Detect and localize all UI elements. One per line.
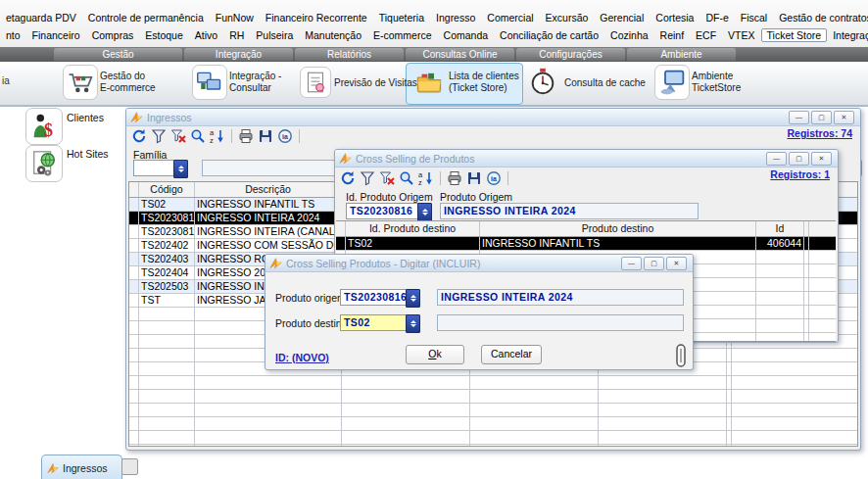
hot-sites-button[interactable] (25, 145, 63, 182)
menu-item[interactable]: Comanda (438, 28, 495, 42)
print-icon[interactable] (238, 128, 254, 144)
integracao-consultar-button[interactable] (192, 65, 227, 100)
menu-item[interactable]: DF-e (699, 11, 734, 24)
menu-item[interactable]: FunNow (210, 11, 260, 24)
menu-item[interactable]: Estoque (139, 28, 189, 42)
record-id-link[interactable]: ID: (NOVO) (275, 352, 329, 363)
clientes-button[interactable]: $ (25, 108, 63, 145)
menu-item[interactable]: Cozinha (604, 28, 654, 42)
filter-icon[interactable] (360, 170, 375, 186)
menu-item[interactable]: Ticket Store (761, 28, 828, 42)
previsao-visitas-label[interactable]: Previsão de Visitas (334, 77, 422, 89)
close-button[interactable]: ✕ (666, 257, 687, 270)
menu-item[interactable]: Manutenção (299, 28, 367, 42)
category-integracao[interactable]: Integração (184, 48, 293, 61)
refresh-icon[interactable] (340, 170, 356, 186)
maximize-button[interactable]: ▢ (789, 152, 809, 166)
ingressos-records-link[interactable]: Registros: 74 (787, 127, 852, 139)
category-relatorios[interactable]: Relatórios (295, 48, 404, 61)
filter-icon[interactable] (151, 128, 167, 144)
save-icon[interactable] (466, 170, 482, 186)
menu-item[interactable]: Pulseira (250, 28, 299, 42)
dialog-produto-origem-input[interactable]: TS20230816 (340, 289, 412, 306)
minimize-button[interactable]: — (789, 111, 809, 124)
sort-icon[interactable]: az (210, 128, 225, 144)
minimize-button[interactable]: — (766, 152, 787, 166)
menu-item[interactable]: Comercial (481, 11, 539, 24)
tab-restore-icon[interactable] (121, 458, 138, 475)
previsao-visitas-button[interactable] (300, 67, 331, 98)
menu-item[interactable]: VTEX (722, 28, 760, 42)
ecommerce-label[interactable]: Gestão do E-commerce (100, 71, 176, 94)
column-id-produto-destino[interactable]: Id. Produto destino (346, 221, 480, 236)
menu-item[interactable]: Tiqueteria (373, 11, 430, 24)
clear-filter-icon[interactable] (170, 128, 186, 144)
menu-item[interactable]: RH (223, 28, 250, 42)
dialog-produto-origem-lookup-button[interactable] (406, 289, 420, 308)
category-gestao[interactable]: Gestão (54, 48, 182, 61)
info-badge-icon[interactable]: ia (486, 170, 502, 186)
ambiente-ticketstore-button[interactable] (654, 65, 690, 100)
ambiente-ticketstore-label[interactable]: Ambiente TicketStore (692, 71, 768, 94)
integracao-consultar-label[interactable]: Integração - Consultar (229, 71, 304, 94)
cross-selling-table-header[interactable]: Id. Produto destino Produto destino Id (336, 221, 836, 237)
menu-item[interactable]: Financeiro (26, 28, 86, 42)
menu-item[interactable]: Ativo (189, 28, 223, 42)
menu-item[interactable]: etaguarda PDV (0, 11, 82, 24)
menu-item[interactable]: Cortesia (650, 11, 699, 24)
lista-clientes-label[interactable]: Lista de clientes (Ticket Store) (449, 71, 519, 94)
id-produto-origem-input[interactable]: TS20230816 (346, 203, 424, 219)
menu-item[interactable]: Excursão (540, 11, 595, 24)
clientes-label[interactable]: Clientes (67, 112, 104, 123)
category-consultas[interactable]: Consultas Online (406, 48, 514, 61)
cancel-button[interactable]: Cancelar (481, 345, 542, 364)
menu-item[interactable]: Ingresso (430, 11, 481, 24)
menu-item[interactable]: nto (0, 28, 26, 42)
maximize-button[interactable]: ▢ (644, 257, 664, 270)
category-configuracoes[interactable]: Configurações (516, 48, 625, 61)
menu-item[interactable]: Gerencial (594, 11, 650, 24)
column-codigo[interactable]: Código (139, 182, 195, 197)
familia-lookup-button[interactable] (173, 160, 188, 178)
category-ambiente[interactable]: Ambiente (627, 48, 736, 61)
consulta-cache-label[interactable]: Consulta de cache (564, 77, 657, 89)
search-icon[interactable] (190, 128, 206, 144)
cross-selling-records-link[interactable]: Registros: 1 (770, 168, 830, 180)
cross-selling-titlebar[interactable]: Cross Selling de Produtos (335, 150, 838, 168)
info-badge-icon[interactable]: ia (277, 128, 293, 144)
taskbar-tab-ingressos[interactable]: Ingressos (41, 455, 122, 479)
column-id[interactable]: Id (756, 221, 804, 236)
save-icon[interactable] (258, 128, 273, 144)
refresh-icon[interactable] (131, 128, 147, 144)
ecommerce-button[interactable] (63, 65, 98, 100)
menu-item[interactable]: Gestão de contratos (773, 11, 868, 24)
column-descricao[interactable]: Descrição (195, 182, 342, 197)
id-produto-origem-lookup-button[interactable] (417, 203, 432, 221)
menu-item[interactable]: Compras (86, 28, 140, 42)
hot-sites-label[interactable]: Hot Sites (67, 148, 109, 160)
menu-item[interactable]: Fiscal (735, 11, 773, 24)
clear-filter-icon[interactable] (379, 170, 395, 186)
menu-item[interactable]: Controle de permanência (82, 11, 210, 24)
search-icon[interactable] (399, 170, 414, 186)
consulta-cache-button[interactable] (527, 66, 558, 97)
menu-item[interactable]: ECF (690, 28, 722, 42)
dialog-produto-destino-lookup-button[interactable] (406, 314, 420, 333)
close-button[interactable]: ✕ (811, 152, 832, 166)
table-row-selected[interactable]: TS02 INGRESSO INFANTIL TS 406044 (336, 237, 836, 251)
menu-item[interactable]: Conciliação de cartão (494, 28, 604, 42)
minimize-button[interactable]: — (621, 257, 642, 270)
ok-button[interactable]: Ok (406, 345, 464, 364)
dialog-produto-destino-input[interactable]: TS02 (340, 314, 412, 331)
maximize-button[interactable]: ▢ (811, 111, 832, 124)
menu-item[interactable]: Financeiro Recorrente (260, 11, 373, 24)
column-produto-destino[interactable]: Produto destino (480, 221, 756, 236)
ingressos-titlebar[interactable]: Ingressos (126, 109, 860, 126)
menu-item[interactable]: E-commerce (367, 28, 438, 42)
print-icon[interactable] (447, 170, 462, 186)
menu-item[interactable]: Integração Api (827, 28, 868, 42)
sort-icon[interactable]: az (418, 170, 434, 186)
lista-clientes-button[interactable] (413, 67, 445, 98)
close-button[interactable]: ✕ (834, 111, 854, 124)
menu-item[interactable]: Reinf (654, 28, 691, 42)
